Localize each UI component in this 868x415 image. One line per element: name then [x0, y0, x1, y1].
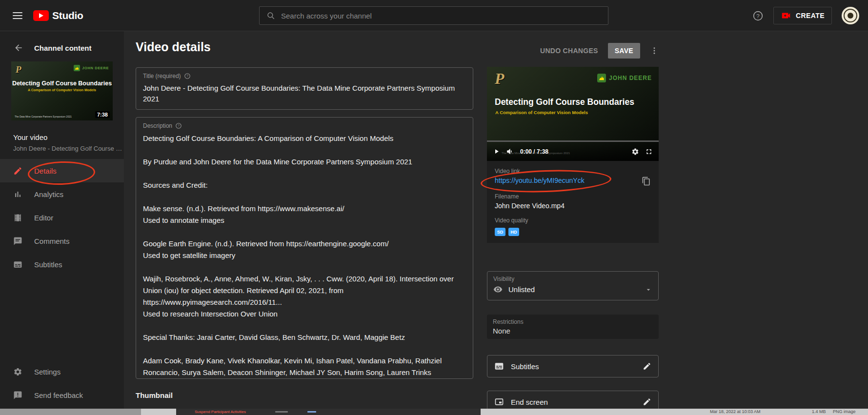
copy-link-button[interactable] — [642, 177, 651, 186]
player-controls: 0:00 / 7:38 — [487, 140, 659, 161]
sidebar-item-settings[interactable]: Settings — [0, 360, 124, 383]
back-label: Channel content — [34, 44, 92, 52]
sidebar-item-editor[interactable]: Editor — [0, 206, 124, 229]
description-field-value[interactable]: Detecting Golf Course Boundaries: A Comp… — [143, 133, 466, 378]
thumbnail-logos-row: P JOHN DEERE — [11, 61, 113, 74]
quality-badges: SD HD — [495, 228, 651, 236]
back-arrow-icon[interactable] — [14, 43, 23, 53]
create-button-label: CREATE — [796, 12, 825, 20]
title-label-row: Title (required) ? — [143, 73, 466, 79]
visibility-select[interactable]: Visibility Unlisted — [487, 271, 659, 300]
video-preview-panel: P JOHN DEERE Detecting Golf Course Bound… — [487, 67, 659, 243]
sidebar-item-label: Editor — [34, 214, 53, 222]
edit-subtitles-button[interactable] — [643, 362, 651, 371]
strip-segment-left — [0, 409, 141, 415]
search-input[interactable] — [281, 12, 601, 20]
thumbnail-title: Detecting Golf Course Boundaries — [11, 80, 113, 87]
filename-value: John Deere Video.mp4 — [495, 202, 651, 210]
visibility-label: Visibility — [493, 276, 652, 282]
film-strip-icon — [13, 213, 22, 222]
sidebar-menu: Details Analytics Editor Comments — [0, 159, 124, 276]
hd-badge: HD — [508, 228, 519, 236]
player-art-subtitle: A Comparison of Computer Vision Models — [495, 110, 588, 115]
help-button[interactable]: ? — [752, 10, 764, 21]
deer-icon — [597, 74, 606, 82]
visibility-value-row: Unlisted — [493, 285, 652, 294]
page-title: Video details — [136, 40, 211, 54]
sidebar: Channel content P JOHN DEERE Detecting G… — [0, 31, 124, 409]
gear-icon — [13, 367, 22, 376]
chevron-down-icon[interactable] — [645, 286, 652, 294]
sidebar-item-send-feedback[interactable]: Send feedback — [0, 383, 124, 407]
sidebar-item-analytics[interactable]: Analytics — [0, 182, 124, 206]
hamburger-line — [13, 12, 22, 13]
pencil-icon — [13, 166, 22, 176]
title-field-value[interactable]: John Deere - Detecting Golf Course Bound… — [143, 83, 466, 104]
filename-label: Filename — [495, 193, 651, 200]
file-type-text: PNG image — [833, 409, 856, 415]
sidebar-item-label: Comments — [34, 237, 70, 245]
video-link-label: Video link — [495, 168, 651, 175]
video-player[interactable]: P JOHN DEERE Detecting Golf Course Bound… — [487, 67, 659, 161]
play-button[interactable] — [493, 148, 500, 155]
sidebar-item-comments[interactable]: Comments — [0, 229, 124, 253]
video-link[interactable]: https://youtu.be/yMI9ecunYck — [495, 177, 585, 184]
help-circle-icon[interactable]: ? — [175, 122, 182, 129]
fullscreen-button[interactable] — [645, 148, 653, 156]
edit-end-screen-button[interactable] — [643, 397, 651, 406]
account-avatar[interactable] — [842, 7, 859, 24]
sidebar-item-label: Send feedback — [34, 391, 83, 399]
deer-icon — [74, 65, 80, 71]
channel-search-box[interactable] — [259, 6, 608, 25]
background-window-strip: Suspend Participant Activities Mar 18, 2… — [0, 409, 868, 415]
header-actions: UNDO CHANGES SAVE — [540, 43, 659, 59]
subtitles-icon — [494, 361, 504, 371]
back-to-channel-content[interactable]: Channel content — [0, 31, 124, 61]
subtitles-icon — [13, 260, 22, 269]
thumbnail-footer-text: The Data Mine Corporate Partners Symposi… — [15, 115, 72, 118]
svg-text:?: ? — [178, 124, 180, 127]
strip-red-text: Suspend Participant Activities — [195, 410, 246, 414]
create-button[interactable]: CREATE — [773, 7, 832, 24]
end-screen-icon — [494, 397, 504, 407]
more-options-button[interactable] — [650, 46, 659, 55]
end-screen-card[interactable]: End screen — [487, 391, 659, 409]
description-field[interactable]: Description ? Detecting Golf Course Boun… — [136, 117, 473, 379]
sidebar-item-details[interactable]: Details — [0, 159, 124, 182]
video-duration-badge: 7:38 — [95, 111, 110, 118]
restrictions-label: Restrictions — [493, 318, 653, 325]
description-field-label: Description — [143, 122, 172, 129]
eye-icon — [493, 285, 503, 294]
studio-logo[interactable]: Studio — [33, 10, 83, 21]
sd-badge: SD — [495, 228, 505, 236]
youtube-studio-video-details-page: Studio ? CREATE — [0, 0, 868, 415]
end-screen-card-label: End screen — [511, 398, 548, 406]
sidebar-item-label: Subtitles — [34, 260, 62, 269]
purdue-seal-icon — [844, 9, 857, 22]
svg-text:?: ? — [756, 13, 759, 19]
restrictions-field[interactable]: Restrictions None — [487, 315, 659, 339]
strip-dash — [275, 411, 288, 413]
hamburger-line — [13, 15, 22, 16]
player-settings-button[interactable] — [631, 148, 639, 156]
sidebar-item-subtitles[interactable]: Subtitles — [0, 253, 124, 276]
subtitles-card-label: Subtitles — [511, 362, 539, 371]
sidebar-item-label: Analytics — [34, 190, 63, 198]
undo-changes-button[interactable]: UNDO CHANGES — [540, 47, 598, 55]
john-deere-logo: JOHN DEERE — [74, 65, 109, 71]
volume-button[interactable] — [506, 147, 514, 156]
help-circle-icon[interactable]: ? — [184, 73, 191, 79]
sidebar-footer: Settings Send feedback — [0, 360, 124, 407]
player-controls-row: 0:00 / 7:38 — [487, 142, 659, 161]
comment-icon — [13, 237, 22, 246]
studio-brand-text: Studio — [52, 10, 83, 21]
hamburger-menu-button[interactable] — [13, 12, 22, 19]
purdue-logo: P — [495, 71, 505, 86]
hamburger-line — [13, 18, 22, 19]
title-field[interactable]: Title (required) ? John Deere - Detectin… — [136, 67, 473, 110]
save-button[interactable]: SAVE — [608, 43, 640, 59]
create-camera-icon — [781, 10, 791, 21]
main-content: Video details UNDO CHANGES SAVE Title (r… — [124, 31, 868, 409]
subtitles-card[interactable]: Subtitles — [487, 355, 659, 377]
thumbnail-section-heading: Thumbnail — [136, 391, 173, 399]
